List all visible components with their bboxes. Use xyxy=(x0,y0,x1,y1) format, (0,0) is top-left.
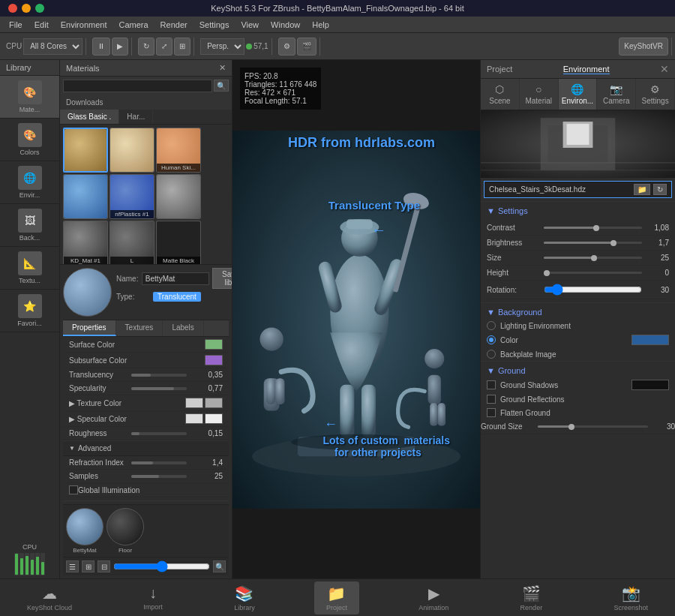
texture-color-swatch2[interactable] xyxy=(205,398,223,408)
maximize-button[interactable] xyxy=(35,4,44,13)
cores-select[interactable]: All 8 Cores xyxy=(23,38,82,55)
tab-scene[interactable]: ⬡Scene xyxy=(481,79,520,110)
menu-environment[interactable]: Environment xyxy=(55,19,113,31)
project-tab[interactable]: Project xyxy=(487,65,512,74)
play-button[interactable]: ▶ xyxy=(112,38,128,56)
env-reload-btn[interactable]: ↻ xyxy=(653,184,667,195)
search-btn2[interactable]: 🔍 xyxy=(213,560,226,572)
thumb-l[interactable]: L xyxy=(110,221,154,264)
tab-material[interactable]: ○Material xyxy=(520,79,559,110)
thumb-matte-black[interactable]: Matte Black xyxy=(156,221,201,264)
ball-bettymat[interactable]: BettyMat xyxy=(66,508,104,554)
texture-color-swatch[interactable] xyxy=(185,398,203,408)
ground-reflections-checkbox[interactable] xyxy=(487,395,496,404)
surface-color-swatch[interactable] xyxy=(205,339,223,350)
env-browse-btn[interactable]: 📁 xyxy=(634,184,650,195)
specularity-slider[interactable] xyxy=(131,387,188,390)
flatten-ground-checkbox[interactable] xyxy=(487,408,496,417)
render-btn[interactable]: 🎬 xyxy=(297,38,316,56)
tab-glass-basic[interactable]: Glass Basic . xyxy=(60,110,119,124)
material-name-input[interactable] xyxy=(142,272,209,285)
thumb-6[interactable] xyxy=(156,174,201,219)
tab-camera[interactable]: 📷Camera xyxy=(597,79,636,110)
contrast-slider[interactable] xyxy=(544,227,642,229)
size-slider-env[interactable] xyxy=(544,257,642,259)
ground-size-slider[interactable] xyxy=(538,425,648,428)
sidebar-item-textures[interactable]: 📐 Textu... xyxy=(0,247,59,290)
sidebar-item-materials[interactable]: 🎨 Mate... xyxy=(0,76,59,119)
sidebar-item-backplates[interactable]: 🖼 Back... xyxy=(0,204,59,247)
rotate-btn[interactable]: ↻ xyxy=(138,38,154,56)
refraction-slider[interactable] xyxy=(131,461,188,464)
thumb-1[interactable] xyxy=(63,128,108,173)
menu-help[interactable]: Help xyxy=(306,19,335,31)
sidebar-item-environments[interactable]: 🌐 Envir... xyxy=(0,161,59,204)
bottom-keyshot-cloud[interactable]: ☁ KeyShot Cloud xyxy=(15,581,84,614)
color-radio[interactable] xyxy=(487,335,496,344)
grid-view-btn[interactable]: ⊞ xyxy=(82,560,94,572)
scale-btn[interactable]: ⊞ xyxy=(174,38,190,56)
list-view-btn[interactable]: ☰ xyxy=(66,560,79,572)
sidebar-item-colors[interactable]: 🎨 Colors xyxy=(0,119,59,161)
minimize-button[interactable] xyxy=(22,4,31,13)
thumb-kdmat[interactable]: KD_Mat #1 xyxy=(63,221,108,264)
menu-file[interactable]: File xyxy=(3,19,28,31)
keyshot-vr-button[interactable]: KeyShotVR xyxy=(619,38,668,56)
thumb-nfplastics[interactable]: nfPlastics #1 xyxy=(110,174,154,219)
menu-window[interactable]: Window xyxy=(265,19,306,31)
bg-color-swatch[interactable] xyxy=(632,335,669,345)
environment-tab[interactable]: Environment xyxy=(563,65,610,74)
settings-btn[interactable]: ⚙ xyxy=(278,38,296,56)
ground-shadows-checkbox[interactable] xyxy=(487,380,496,389)
menu-view[interactable]: View xyxy=(235,19,265,31)
menu-render[interactable]: Render xyxy=(154,19,194,31)
materials-search-input[interactable] xyxy=(63,80,212,92)
close-button[interactable] xyxy=(8,4,17,13)
bottom-library[interactable]: 📚 Library xyxy=(222,581,267,614)
bottom-render[interactable]: 🎬 Render xyxy=(508,581,555,614)
specular-color-swatch2[interactable] xyxy=(205,413,223,424)
save-to-library-button[interactable]: Save to library xyxy=(212,268,232,289)
menu-camera[interactable]: Camera xyxy=(112,19,154,31)
persp-select[interactable]: Persp. xyxy=(200,38,244,55)
menu-edit[interactable]: Edit xyxy=(28,19,55,31)
global-illumination-checkbox[interactable] xyxy=(69,485,78,494)
subsurface-color-swatch[interactable] xyxy=(205,355,223,365)
tab-har[interactable]: Har... xyxy=(119,110,153,124)
ground-shadows-swatch[interactable] xyxy=(632,380,669,390)
thumb-4[interactable] xyxy=(63,174,108,219)
lighting-env-radio[interactable] xyxy=(487,321,496,330)
backplate-radio[interactable] xyxy=(487,350,496,359)
translucency-slider[interactable] xyxy=(131,374,188,377)
ball-floor[interactable]: Floor xyxy=(106,508,144,554)
bottom-screenshot[interactable]: 📸 Screenshot xyxy=(602,581,660,614)
specular-color-swatch[interactable] xyxy=(185,413,203,424)
grid-view-btn2[interactable]: ⊟ xyxy=(98,560,110,572)
menu-settings[interactable]: Settings xyxy=(194,19,236,31)
tab-labels[interactable]: Labels xyxy=(163,320,203,336)
thumb-human-ski[interactable]: Human Ski... xyxy=(156,128,201,173)
pause-button[interactable]: ⏸ xyxy=(92,38,110,56)
tab-settings[interactable]: ⚙Settings xyxy=(636,79,675,110)
bottom-project[interactable]: 📁 Project xyxy=(314,581,359,614)
bottom-import[interactable]: ↓ Import xyxy=(131,581,175,614)
size-slider[interactable] xyxy=(113,561,210,572)
search-button[interactable]: 🔍 xyxy=(214,80,229,92)
materials-close-icon[interactable]: ✕ xyxy=(219,63,226,73)
panel-close-icon[interactable]: ✕ xyxy=(660,63,669,75)
move-btn[interactable]: ⤢ xyxy=(156,38,172,56)
brightness-slider[interactable] xyxy=(544,242,642,244)
bottom-animation[interactable]: ▶ Animation xyxy=(406,581,460,614)
roughness-slider[interactable] xyxy=(131,432,188,435)
advanced-section-header[interactable]: ▼ Advanced xyxy=(63,440,229,456)
tab-textures[interactable]: Textures xyxy=(116,320,164,336)
height-slider[interactable] xyxy=(544,272,642,274)
rotation-slider[interactable] xyxy=(544,284,642,296)
properties-list: Surface Color Subsurface Color Transluce… xyxy=(63,337,229,440)
tab-properties[interactable]: Properties xyxy=(63,320,116,336)
sidebar-item-favorites[interactable]: ⭐ Favori... xyxy=(0,290,59,332)
viewport-canvas[interactable]: FPS: 20.8 Triangles: 11 676 448 Res: 472… xyxy=(232,60,480,578)
samples-slider[interactable] xyxy=(131,475,188,478)
thumb-2[interactable] xyxy=(110,128,154,173)
tab-environ[interactable]: 🌐Environ... xyxy=(559,79,598,110)
